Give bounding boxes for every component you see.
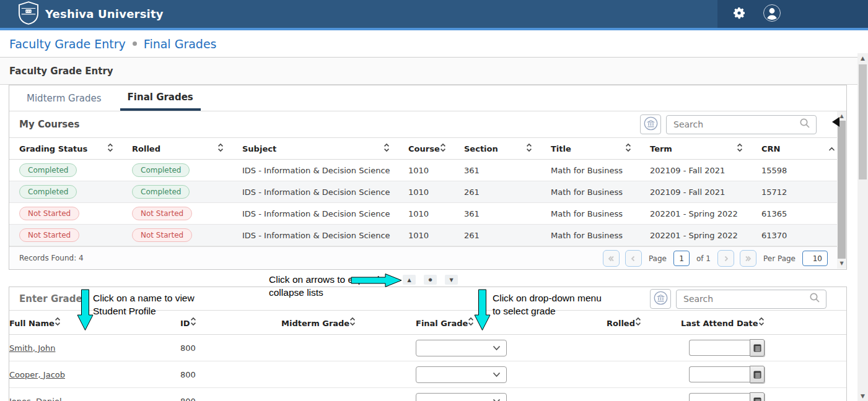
sort-icon[interactable] — [526, 143, 532, 154]
rolled-badge: Completed — [132, 185, 190, 199]
calendar-icon[interactable] — [750, 392, 765, 401]
sort-icon[interactable] — [349, 319, 356, 328]
scroll-up-icon[interactable]: ▲ — [857, 55, 868, 61]
landing-page-button[interactable] — [650, 289, 671, 309]
student-row: Smith, John 800 — [9, 335, 846, 361]
sort-icon[interactable] — [190, 319, 196, 328]
col-course[interactable]: Course — [408, 144, 440, 153]
col-final-grade[interactable]: Final Grade — [416, 319, 468, 328]
expand-up-button[interactable]: ▲ — [403, 275, 416, 285]
gear-icon[interactable] — [732, 6, 747, 23]
sort-icon[interactable] — [468, 319, 474, 328]
student-id: 800 — [180, 370, 281, 379]
app-header: Yeshiva University — [0, 0, 868, 28]
student-name-link[interactable]: Cooper, Jacob — [9, 370, 65, 379]
courses-scrollbar[interactable]: ▲ ▼ — [837, 111, 846, 269]
course-cell: 1010 — [398, 231, 454, 240]
tab-midterm-grades[interactable]: Midterm Grades — [19, 85, 109, 111]
enter-grades-search-input[interactable] — [683, 294, 809, 304]
page-scrollbar[interactable]: ▲ ▼ — [857, 53, 868, 401]
student-name-link[interactable]: Smith, John — [9, 343, 55, 353]
course-row[interactable]: Not Started Not Started IDS - Informatio… — [9, 225, 846, 246]
col-title[interactable]: Title — [551, 144, 571, 153]
course-row[interactable]: Completed Completed IDS - Information & … — [9, 160, 846, 181]
enter-grades-search — [676, 290, 826, 309]
col-rolled[interactable]: Rolled — [132, 144, 160, 153]
user-avatar-icon[interactable] — [763, 4, 781, 25]
crn-cell: 61370 — [752, 231, 846, 240]
landing-page-button[interactable] — [640, 114, 661, 134]
course-row[interactable]: Completed Completed IDS - Information & … — [9, 181, 846, 203]
scroll-down-icon[interactable]: ▼ — [857, 393, 868, 399]
course-cell: 1010 — [398, 209, 454, 218]
breadcrumb-root[interactable]: Faculty Grade Entry — [9, 37, 126, 51]
status-badge: Completed — [19, 185, 77, 199]
breadcrumb-current: Final Grades — [144, 37, 217, 51]
col-subject[interactable]: Subject — [242, 144, 276, 153]
subject-cell: IDS - Information & Decision Science — [232, 188, 398, 197]
final-grade-select[interactable] — [416, 340, 507, 356]
subject-cell: IDS - Information & Decision Science — [232, 166, 398, 175]
status-badge: Not Started — [19, 207, 79, 220]
col-grading-status[interactable]: Grading Status — [19, 144, 87, 153]
sort-icon[interactable] — [737, 143, 743, 154]
sort-icon[interactable] — [217, 143, 224, 154]
course-row[interactable]: Not Started Not Started IDS - Informatio… — [9, 203, 846, 225]
col-crn[interactable]: CRN — [761, 144, 780, 153]
calendar-icon[interactable] — [750, 366, 765, 383]
crn-cell: 61365 — [752, 209, 846, 218]
courses-table-footer: Records Found: 4 Page of 1 Per Page — [9, 246, 846, 269]
first-page-button[interactable] — [603, 250, 620, 267]
my-courses-search — [666, 115, 817, 134]
pagination: Page of 1 Per Page — [603, 250, 828, 267]
last-attend-date-input[interactable] — [689, 393, 750, 401]
sort-icon[interactable] — [107, 143, 113, 154]
panel-resize-controls: ▲ ● ▼ — [403, 275, 458, 285]
institution-icon — [643, 116, 659, 134]
last-attend-date-input[interactable] — [689, 340, 750, 356]
resize-handle-dot[interactable]: ● — [424, 275, 437, 285]
student-name-link[interactable]: Jones, Daniel — [9, 397, 62, 401]
col-section[interactable]: Section — [464, 144, 498, 153]
col-term[interactable]: Term — [650, 144, 672, 153]
sort-ascending-icon[interactable] — [828, 144, 835, 153]
sort-icon[interactable] — [440, 143, 446, 154]
scrollbar-thumb[interactable] — [838, 121, 846, 259]
search-icon[interactable] — [799, 118, 810, 131]
search-icon[interactable] — [809, 292, 820, 306]
page-number-input[interactable] — [673, 251, 690, 266]
col-last-attend-date[interactable]: Last Attend Date — [681, 319, 758, 328]
scrollbar-thumb[interactable] — [859, 64, 867, 179]
col-id[interactable]: ID — [180, 319, 190, 328]
prev-page-button[interactable] — [625, 250, 642, 267]
sort-icon[interactable] — [55, 319, 61, 328]
student-id: 800 — [180, 397, 281, 401]
sort-icon[interactable] — [635, 319, 641, 328]
grade-tabs: Midterm Grades Final Grades — [9, 85, 846, 111]
sort-icon[interactable] — [625, 143, 631, 154]
collapse-down-button[interactable]: ▼ — [445, 275, 458, 285]
final-grade-select[interactable] — [416, 393, 507, 401]
col-full-name[interactable]: Full Name — [9, 319, 55, 328]
next-page-button[interactable] — [717, 250, 734, 267]
col-rolled[interactable]: Rolled — [607, 319, 635, 328]
col-midterm-grade[interactable]: Midterm Grade — [281, 319, 349, 328]
title-cell: Math for Business — [541, 166, 640, 175]
tab-final-grades[interactable]: Final Grades — [120, 85, 201, 111]
sort-icon[interactable] — [758, 319, 765, 328]
scroll-down-icon[interactable]: ▼ — [837, 260, 846, 267]
section-cell: 361 — [454, 209, 541, 218]
student-row: Jones, Daniel 800 — [9, 388, 846, 401]
brand[interactable]: Yeshiva University — [19, 0, 164, 28]
my-courses-title: My Courses — [9, 119, 79, 130]
annotation-arrow-down — [474, 289, 491, 331]
last-page-button[interactable] — [740, 250, 756, 267]
calendar-icon[interactable] — [750, 339, 765, 356]
sort-icon[interactable] — [384, 143, 390, 154]
final-grade-select[interactable] — [416, 366, 507, 383]
brand-name: Yeshiva University — [45, 7, 164, 20]
last-attend-date-input[interactable] — [689, 366, 750, 382]
per-page-input[interactable] — [802, 251, 828, 266]
my-courses-search-input[interactable] — [673, 119, 799, 129]
page-title: Faculty Grade Entry — [9, 66, 113, 77]
